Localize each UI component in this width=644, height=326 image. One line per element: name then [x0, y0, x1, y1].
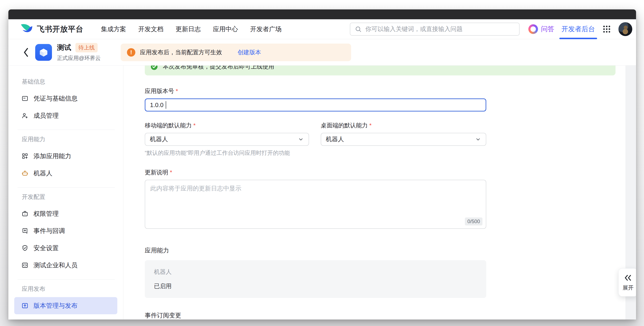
- menu-item-marketplace[interactable]: 开发者广场: [250, 25, 282, 34]
- mobile-capability-select[interactable]: 机器人: [145, 133, 309, 146]
- success-banner-text: 本次发布免审核，提交发布后即可上线使用: [163, 66, 274, 70]
- qa-label: 问答: [541, 24, 554, 34]
- back-button[interactable]: [22, 46, 30, 59]
- double-chevron-left-icon: [624, 274, 633, 282]
- main-menu: 集成方案 开发文档 更新日志 应用中心 开发者广场: [101, 25, 282, 34]
- sidebar-divider: [18, 279, 115, 280]
- app-titles: 测试 待上线 正式应用@环界云: [57, 43, 100, 62]
- version-input[interactable]: [145, 98, 486, 112]
- menu-item-changelog[interactable]: 更新日志: [176, 25, 201, 34]
- warning-text: 应用发布后，当前配置方可生效: [140, 48, 222, 56]
- capability-name: 机器人: [154, 268, 477, 276]
- sidebar-divider: [18, 130, 115, 130]
- shield-check-icon: [21, 244, 28, 252]
- developer-console-label: 开发者后台: [562, 24, 595, 34]
- create-version-link[interactable]: 创建版本: [238, 48, 261, 56]
- topnav-right: 问答 开发者后台: [528, 19, 632, 39]
- sidebar-item-label: 版本管理与发布: [34, 302, 78, 310]
- app-icon: [35, 44, 52, 61]
- grid-add-icon: [21, 152, 28, 160]
- sidebar-item-security[interactable]: 安全设置: [14, 240, 117, 257]
- sidebar-item-add-capability[interactable]: 添加应用能力: [14, 148, 117, 165]
- sidebar-divider: [18, 187, 115, 188]
- search-placeholder: 你可以输入关键词，或直接输入问题: [365, 25, 462, 33]
- sidebar-item-label: 成员管理: [34, 112, 59, 120]
- upload-square-icon: [21, 302, 28, 309]
- app-name: 测试: [57, 43, 71, 52]
- desktop-capability-label: 桌面端的默认能力: [321, 122, 486, 130]
- search-box[interactable]: 你可以输入关键词，或直接输入问题: [350, 23, 520, 36]
- update-notes-textarea[interactable]: [145, 180, 486, 229]
- warning-icon: !: [127, 48, 135, 56]
- sidebar-item-label: 添加应用能力: [34, 152, 71, 160]
- sidebar-item-bot[interactable]: 机器人: [14, 165, 117, 182]
- update-notes-label: 更新说明: [145, 168, 486, 176]
- body: 基础信息 凭证与基础信息 成员管理 应用能力: [8, 66, 636, 320]
- menu-item-integration[interactable]: 集成方案: [101, 25, 126, 34]
- sidebar-item-members[interactable]: 成员管理: [14, 107, 117, 124]
- capability-section-title: 应用能力: [145, 246, 486, 255]
- tab-developer-console[interactable]: 开发者后台: [562, 19, 595, 39]
- capability-hint: “默认的应用功能”即用户通过工作台访问应用时打开的功能: [145, 149, 309, 157]
- main-content: 本次发布免审核，提交发布后即可上线使用 应用版本号 移动端的默认能力 机器人: [124, 66, 636, 320]
- person-add-icon: [21, 112, 28, 119]
- qa-ring-icon: [528, 24, 538, 34]
- char-counter: 0/500: [465, 218, 482, 226]
- feishu-logo-icon: [20, 23, 33, 35]
- sidebar: 基础信息 凭证与基础信息 成员管理 应用能力: [8, 66, 124, 320]
- chevron-down-icon: [475, 136, 481, 142]
- text-caret: [166, 101, 166, 109]
- expand-panel-button[interactable]: 展开: [618, 268, 636, 296]
- sidebar-section-dev-config: 开发配置: [22, 193, 117, 201]
- app-subtitle: 正式应用@环界云: [57, 54, 100, 62]
- robot-icon: [21, 170, 28, 177]
- mobile-capability-value: 机器人: [150, 135, 168, 144]
- sidebar-item-permissions[interactable]: 权限管理: [14, 205, 117, 222]
- window-titlebar: [8, 10, 636, 19]
- sidebar-item-credentials[interactable]: 凭证与基础信息: [14, 90, 117, 107]
- brand[interactable]: 飞书开放平台: [20, 23, 84, 35]
- expand-label: 展开: [623, 284, 634, 292]
- success-banner: 本次发布免审核，提交发布后即可上线使用: [145, 66, 616, 76]
- sidebar-item-label: 机器人: [34, 169, 52, 178]
- desktop-capability-value: 机器人: [326, 135, 344, 144]
- sidebar-item-label: 权限管理: [34, 210, 59, 218]
- id-card-icon: [21, 95, 28, 102]
- version-label: 应用版本号: [145, 87, 486, 95]
- chevron-down-icon: [298, 136, 304, 142]
- brand-name: 飞书开放平台: [37, 24, 84, 34]
- sidebar-item-label: 测试企业和人员: [34, 261, 78, 270]
- sidebar-item-events[interactable]: 事件与回调: [14, 222, 117, 240]
- code-square-icon: [21, 262, 28, 269]
- briefcase-icon: [21, 210, 28, 217]
- sidebar-section-basic-info: 基础信息: [22, 78, 117, 86]
- sidebar-section-capabilities: 应用能力: [22, 135, 117, 143]
- apps-grid-icon[interactable]: [602, 24, 611, 34]
- menu-item-docs[interactable]: 开发文档: [138, 25, 164, 34]
- event-section-title: 事件订阅变更: [145, 311, 486, 320]
- version-form: 应用版本号 移动端的默认能力 机器人 “默认的应用功能”: [145, 87, 486, 320]
- capability-status: 已启用: [154, 282, 477, 290]
- top-navigation: 飞书开放平台 集成方案 开发文档 更新日志 应用中心 开发者广场 你可以输入关键…: [8, 19, 636, 39]
- menu-item-app-center[interactable]: 应用中心: [213, 25, 238, 34]
- sidebar-item-version-release[interactable]: 版本管理与发布: [14, 297, 117, 314]
- bookmark-add-icon: [21, 227, 28, 234]
- sidebar-item-test-org[interactable]: 测试企业和人员: [14, 257, 117, 274]
- success-check-icon: [150, 66, 158, 70]
- sidebar-item-label: 凭证与基础信息: [34, 94, 78, 103]
- search-icon: [354, 25, 362, 33]
- sidebar-item-label: 安全设置: [34, 244, 59, 252]
- publish-warning-banner: ! 应用发布后，当前配置方可生效 创建版本: [121, 44, 351, 61]
- status-badge: 待上线: [76, 43, 98, 52]
- browser-window: 飞书开放平台 集成方案 开发文档 更新日志 应用中心 开发者广场 你可以输入关键…: [8, 10, 636, 320]
- user-avatar[interactable]: [618, 22, 632, 36]
- desktop-capability-select[interactable]: 机器人: [321, 133, 486, 146]
- sidebar-item-label: 事件与回调: [34, 227, 65, 235]
- qa-link[interactable]: 问答: [528, 24, 554, 34]
- app-header: 测试 待上线 正式应用@环界云 ! 应用发布后，当前配置方可生效 创建版本: [8, 39, 636, 66]
- mobile-capability-label: 移动端的默认能力: [145, 122, 309, 130]
- capability-summary-box: 机器人 已启用: [145, 260, 486, 298]
- sidebar-section-release: 应用发布: [22, 285, 117, 293]
